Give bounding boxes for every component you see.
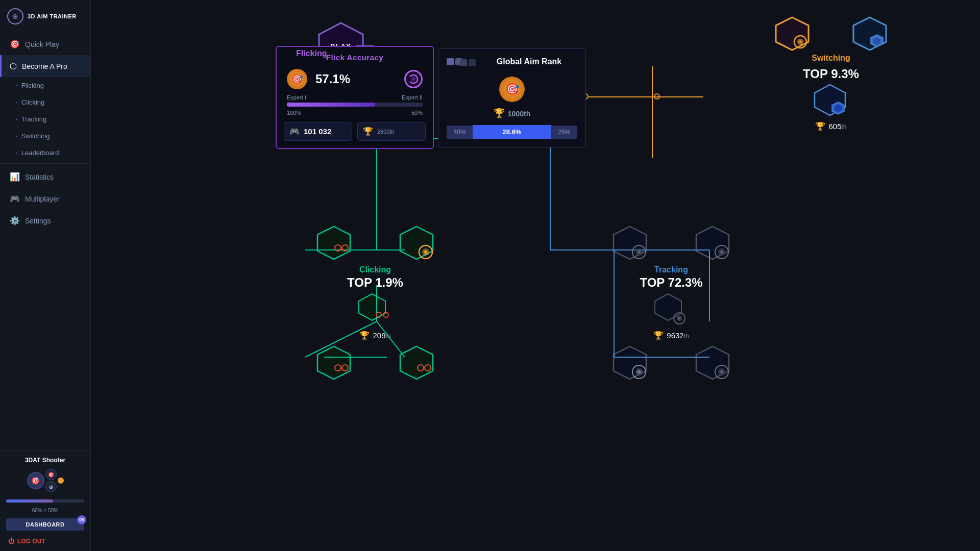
switch-rank-suffix: th (842, 123, 847, 131)
sidebar-sub-clicking[interactable]: Clicking (0, 94, 90, 111)
svg-point-43 (424, 251, 427, 254)
tracking-node-tr[interactable] (694, 224, 731, 261)
statistics-nav-label: Statistics (25, 173, 54, 181)
dot-purple (447, 58, 454, 65)
tracking-label: Tracking (21, 115, 46, 123)
dot-darker (469, 59, 476, 66)
pct-from: 100% (287, 110, 301, 116)
rank-to-label: Expert II (402, 94, 423, 101)
sidebar-item-statistics[interactable]: 📊 Statistics (0, 166, 90, 188)
xp-text: 60% > 50% (6, 508, 84, 513)
sidebar-sub-tracking[interactable]: Tracking (0, 111, 90, 128)
sidebar-item-settings[interactable]: ⚙️ Settings (0, 210, 90, 232)
clicking-mid-node[interactable] (357, 292, 394, 329)
clicking-top-percent: TOP 1.9% (347, 276, 403, 290)
sidebar-sub-flicking[interactable]: Flicking (0, 77, 90, 94)
xp-bar-container (6, 499, 84, 503)
switching-node-right[interactable] (851, 15, 888, 52)
flicking-card: Flick Accuracy 🎯 57.1% Expert I Expert I… (276, 46, 434, 149)
clicking-rank-num: 209 (373, 331, 385, 340)
tracking-rank-num: 9632 (667, 331, 683, 340)
rank-bar-right: 25% (551, 126, 577, 139)
clicking-node-tr[interactable] (398, 224, 435, 261)
switching-mid-node[interactable] (813, 83, 849, 119)
power-icon: ⏻ (8, 538, 14, 545)
logout-button[interactable]: ⏻ LOG OUT (6, 534, 84, 545)
tracking-node-bl[interactable] (611, 344, 648, 381)
progress-fill (287, 103, 375, 107)
pct-to: 50% (411, 110, 423, 116)
sidebar-item-multiplayer[interactable]: 🎮 Multiplayer (0, 188, 90, 210)
logo-area: ⊕ 3D AIM TRAINER (0, 0, 90, 33)
user-avatar-main: 🎯 (27, 472, 44, 489)
statistics-icon: 📊 (10, 172, 20, 182)
switching-label: Switching (21, 132, 50, 140)
rank-bar-left: 40% (447, 126, 473, 139)
rank-bar-area: 40% 28.6% 25% (447, 125, 577, 139)
sidebar-nav: 🎯 Quick Play ⬡ Become A Pro Flicking Cli… (0, 33, 90, 232)
sidebar-sub-leaderboard[interactable]: Leaderboard (0, 144, 90, 161)
trophy-clicking: 🏆 (359, 331, 370, 340)
sidebar-label-quick-play: Quick Play (25, 40, 59, 48)
user-gold-dot (58, 478, 64, 484)
switching-node-left[interactable] (774, 15, 811, 52)
clicking-node-tl[interactable] (315, 224, 352, 261)
clicking-bottom-row (315, 344, 435, 381)
sidebar: ⊕ 3D AIM TRAINER 🎯 Quick Play ⬡ Become A… (0, 0, 91, 551)
logo-icon: ⊕ (7, 8, 23, 24)
logo-text: 3D AIM TRAINER (28, 13, 77, 19)
sidebar-label-become-pro: Become A Pro (22, 62, 67, 70)
svg-point-53 (418, 365, 424, 371)
flicking-ring-icon (404, 70, 423, 88)
switching-area: Switching TOP 9.3% 🏆 605th (774, 15, 888, 131)
flicking-top-label: Flicking (296, 49, 327, 58)
clicking-rank: 209th (373, 331, 390, 340)
rank-bar-mid: 28.6% (473, 125, 551, 139)
global-trophy-icon: 🏆 (494, 108, 505, 119)
clicking-rank-row: 🏆 209th (359, 331, 390, 340)
switching-trophy-row: 🏆 605th (815, 121, 846, 131)
tracking-rank-suffix: th (684, 333, 689, 340)
dashboard-button[interactable]: DASHBOARD (6, 518, 84, 531)
switch-rank-num: 605 (828, 122, 841, 131)
tracking-node-tl[interactable] (611, 224, 648, 261)
flicking-bottom-stats: 🎮 101 032 🏆 2800th (277, 117, 433, 148)
clicking-node-br[interactable] (398, 344, 435, 381)
flicking-accuracy-value: 57.1% (315, 72, 350, 86)
clicking-label: Clicking (359, 265, 391, 274)
global-title: Global Aim Rank (481, 57, 577, 66)
plays-stat-box: 🎮 101 032 (284, 122, 352, 141)
trophy-icon-flicking: 🏆 (363, 127, 373, 136)
svg-point-25 (411, 77, 415, 81)
multiplayer-icon: 🎮 (10, 194, 20, 204)
tracking-label: Tracking (654, 265, 688, 274)
svg-point-38 (342, 245, 348, 251)
global-rank-value: 1000th (508, 107, 530, 119)
tracking-rank-row: 🏆 9632th (653, 331, 689, 340)
flicking-label: Flicking (21, 82, 44, 89)
switching-top-row (774, 15, 888, 52)
rank-suffix-val: th (524, 110, 530, 118)
leaderboard-label: Leaderboard (21, 149, 59, 157)
controller-icon: 🎮 (289, 127, 300, 136)
tracking-mid-node[interactable] (653, 292, 690, 329)
progress-pct: 100% 50% (277, 109, 433, 117)
sidebar-sub-switching[interactable]: Switching (0, 128, 90, 144)
tracking-area: Tracking TOP 72.3% 🏆 9632th (611, 224, 731, 381)
rank-pos-num: 2800 (377, 129, 389, 135)
clicking-node-bl[interactable] (315, 344, 352, 381)
rank-color-dots (447, 57, 476, 66)
svg-point-67 (678, 317, 680, 319)
svg-point-49 (335, 365, 341, 371)
sidebar-item-become-pro[interactable]: ⬡ Become A Pro (0, 55, 90, 77)
clicking-area: Clicking TOP 1.9% 🏆 209th (315, 224, 435, 381)
svg-point-59 (638, 251, 641, 254)
plays-value: 101 032 (304, 127, 331, 136)
multiplayer-label: Multiplayer (25, 195, 60, 203)
tracking-node-br[interactable] (694, 344, 731, 381)
svg-point-75 (720, 370, 723, 373)
main-content: PLAY Flicking Flick Accuracy 🎯 57.1% Exp… (91, 0, 980, 551)
user-avatar-small-2: ⊕ (45, 481, 57, 492)
sidebar-item-quick-play[interactable]: 🎯 Quick Play (0, 33, 90, 55)
svg-point-71 (638, 370, 641, 373)
